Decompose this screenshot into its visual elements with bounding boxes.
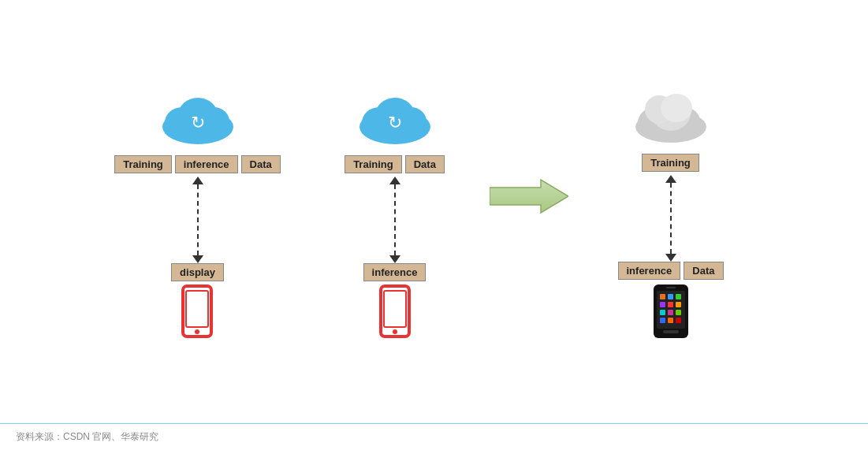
training-label-1: Training — [114, 155, 172, 173]
svg-text:↻: ↻ — [388, 113, 402, 132]
dashed-line-3 — [670, 183, 672, 254]
svg-rect-33 — [676, 310, 681, 315]
bottom-section-2: inference — [363, 263, 427, 338]
dashed-line-1 — [197, 184, 199, 255]
training-label-2: Training — [345, 155, 402, 173]
svg-rect-27 — [676, 294, 681, 299]
cloud-icon-3 — [624, 84, 718, 147]
inference-label-1: inference — [175, 155, 238, 173]
phone-icon-3 — [652, 283, 690, 340]
main-container: ↻ Training inference Data display — [0, 0, 868, 450]
diagram-group-3: Training inference Data — [584, 84, 758, 340]
svg-rect-38 — [666, 287, 676, 288]
svg-rect-28 — [660, 302, 665, 307]
footer-text: 资料来源：CSDN 官网、华泰研究 — [16, 431, 158, 442]
data-label-3: Data — [684, 262, 723, 280]
arrow-head-up-3 — [665, 175, 676, 183]
svg-rect-30 — [676, 302, 681, 307]
diagram-group-1: ↻ Training inference Data display — [111, 86, 285, 338]
svg-rect-14 — [384, 291, 406, 327]
bottom-label-row-3: inference Data — [618, 262, 724, 280]
svg-point-15 — [393, 329, 397, 334]
svg-text:↻: ↻ — [191, 113, 205, 132]
arrow-head-down-2 — [389, 255, 400, 263]
svg-point-22 — [661, 94, 692, 122]
label-row-2: Training Data — [345, 155, 445, 173]
svg-rect-37 — [663, 330, 679, 333]
bottom-section-3: inference Data — [618, 262, 724, 340]
svg-rect-13 — [381, 286, 409, 337]
svg-point-7 — [195, 329, 199, 334]
svg-rect-26 — [668, 294, 673, 299]
arrow-bidirectional-1 — [192, 177, 203, 263]
transition-arrow — [482, 177, 576, 216]
phone-icon-2 — [378, 285, 412, 338]
content-area: ↻ Training inference Data display — [0, 0, 868, 423]
svg-rect-34 — [660, 318, 665, 323]
bottom-label-row-1: display — [171, 263, 224, 281]
svg-marker-16 — [490, 180, 568, 213]
bottom-section-1: display — [171, 263, 224, 338]
cloud-icon-1: ↻ — [151, 86, 245, 149]
data-label-1: Data — [241, 155, 281, 173]
svg-rect-25 — [660, 294, 665, 299]
inference-label-3: inference — [618, 262, 681, 280]
svg-rect-32 — [668, 310, 673, 315]
label-row-3: Training — [642, 154, 699, 172]
arrow-head-up-2 — [389, 177, 400, 184]
inference-label-2: inference — [363, 263, 427, 281]
phone-icon-1 — [180, 285, 214, 338]
svg-rect-6 — [186, 291, 208, 327]
display-label-1: display — [171, 263, 224, 281]
svg-rect-35 — [668, 318, 673, 323]
svg-rect-29 — [668, 302, 673, 307]
data-label-2: Data — [405, 155, 445, 173]
arrow-bidirectional-3 — [665, 175, 676, 262]
training-label-3: Training — [642, 154, 699, 172]
footer: 资料来源：CSDN 官网、华泰研究 — [0, 423, 868, 450]
dashed-line-2 — [394, 184, 396, 255]
svg-rect-36 — [676, 318, 681, 323]
cloud-icon-2: ↻ — [348, 86, 442, 149]
diagram-group-2: ↻ Training Data inference — [308, 86, 482, 338]
big-arrow-svg — [490, 177, 568, 216]
arrow-head-down-3 — [665, 254, 676, 262]
arrow-head-up-1 — [192, 177, 203, 184]
svg-rect-31 — [660, 310, 665, 315]
bottom-label-row-2: inference — [363, 263, 427, 281]
svg-rect-5 — [183, 286, 211, 337]
label-row-1: Training inference Data — [114, 155, 281, 173]
arrow-head-down-1 — [192, 255, 203, 263]
arrow-bidirectional-2 — [389, 177, 400, 263]
